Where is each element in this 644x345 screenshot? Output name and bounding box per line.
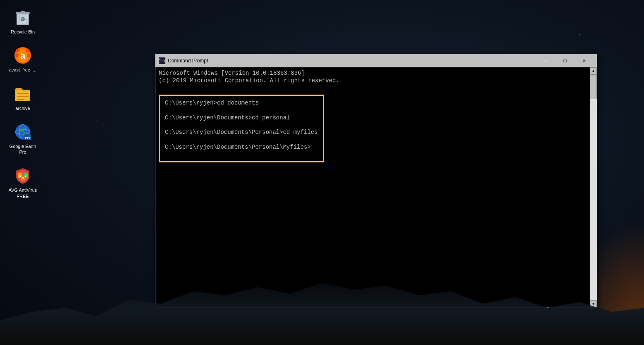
recycle-bin-label: Recycle Bin [11, 29, 35, 35]
avg-label: AVG AntiVirus FREE [6, 187, 40, 199]
cmd-content: Microsoft Windows [Version 10.0.18363.83… [155, 67, 597, 307]
cmd-titlebar-title: Command Prompt [168, 58, 537, 64]
minimize-button[interactable]: ─ [537, 54, 556, 67]
archive-icon[interactable]: archive [4, 81, 41, 114]
avast-icon[interactable]: a avast_free_... [4, 42, 41, 76]
svg-text:V: V [24, 174, 27, 178]
maximize-button[interactable]: □ [556, 54, 575, 67]
cmd-scrollbar: ▲ ▼ [590, 67, 597, 307]
svg-text:Pro: Pro [25, 136, 30, 140]
archive-label: archive [15, 105, 30, 111]
archive-image [13, 84, 33, 104]
svg-text:♻: ♻ [20, 16, 25, 22]
cmd-titlebar: C:\ Command Prompt ─ □ ✕ [155, 54, 597, 67]
cmd-line-2: C:\Users\ryjen\Documents>cd personal [165, 114, 318, 122]
close-button[interactable]: ✕ [575, 54, 594, 67]
cmd-titlebar-icon: C:\ [159, 57, 165, 64]
svg-rect-17 [17, 99, 24, 100]
cmd-highlight-box: C:\Users\ryjen>cd documents C:\Users\ryj… [159, 95, 324, 162]
svg-text:A: A [19, 174, 21, 178]
svg-rect-16 [17, 96, 29, 97]
svg-rect-3 [21, 11, 24, 12]
avast-image: a [13, 45, 33, 65]
scrollbar-thumb[interactable] [590, 74, 597, 99]
desktop: ♻ Recycle Bin a [0, 0, 644, 345]
desktop-icons-area: ♻ Recycle Bin a [0, 0, 45, 211]
avast-label: avast_free_... [9, 67, 37, 73]
google-earth-image: Pro [13, 122, 33, 142]
cmd-info-line-2: (c) 2019 Microsoft Corporation. All righ… [159, 77, 587, 84]
scrollbar-down-arrow[interactable]: ▼ [590, 300, 597, 307]
cmd-line-4: C:\Users\ryjen\Documents\Personal\Myfile… [165, 143, 318, 152]
svg-text:C:\: C:\ [159, 59, 165, 63]
cmd-titlebar-buttons: ─ □ ✕ [537, 54, 594, 67]
cmd-line-3: C:\Users\ryjen\Documents\Personal>cd myf… [165, 128, 318, 137]
cmd-window: C:\ Command Prompt ─ □ ✕ Microsoft Windo… [155, 54, 597, 308]
scrollbar-track [590, 74, 597, 300]
svg-rect-15 [17, 93, 29, 94]
avg-image: A V G [13, 166, 33, 186]
google-earth-pro-icon[interactable]: Pro Google Earth Pro [4, 119, 41, 159]
svg-point-13 [15, 53, 19, 57]
recycle-bin-image: ♻ [13, 7, 33, 27]
cmd-terminal[interactable]: Microsoft Windows [Version 10.0.18363.83… [155, 67, 590, 307]
avg-antivirus-icon[interactable]: A V G AVG AntiVirus FREE [4, 162, 41, 202]
recycle-bin-icon[interactable]: ♻ Recycle Bin [4, 4, 41, 38]
scrollbar-up-arrow[interactable]: ▲ [590, 67, 597, 74]
svg-point-14 [27, 53, 30, 57]
svg-text:a: a [20, 50, 26, 61]
svg-text:G: G [21, 176, 24, 180]
google-earth-label: Google Earth Pro [6, 143, 40, 155]
cmd-info-line-1: Microsoft Windows [Version 10.0.18363.83… [159, 70, 587, 76]
cmd-line-1: C:\Users\ryjen>cd documents [165, 99, 318, 107]
